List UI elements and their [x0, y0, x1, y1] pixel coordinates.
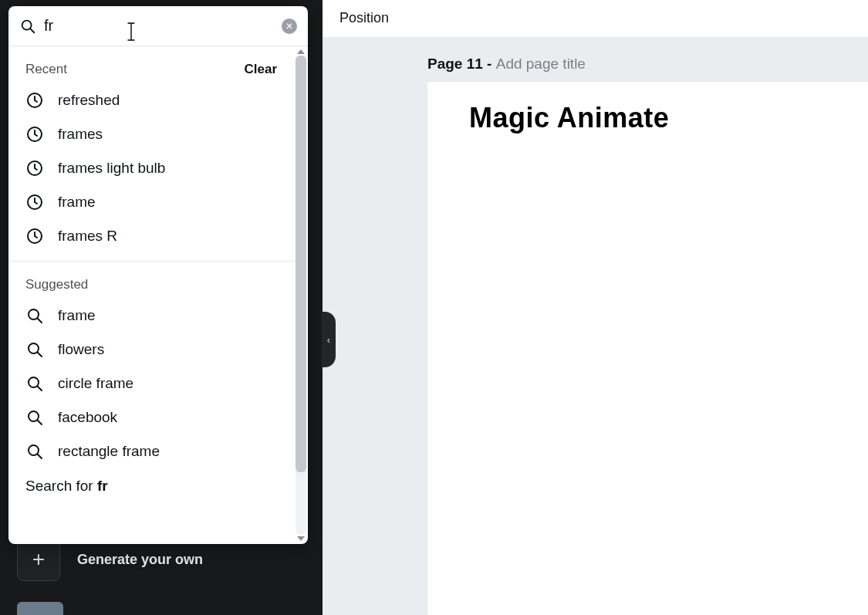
search-for-row[interactable]: Search for fr — [8, 468, 294, 504]
suggestions-scroll-area: Recent Clear refreshed frames frames lig… — [8, 46, 308, 544]
svg-line-10 — [38, 353, 42, 357]
search-suggestions-popup: ✕ Recent Clear refreshed frames — [8, 6, 308, 544]
editor-top-bar: Position — [323, 0, 868, 37]
suggested-item-label: rectangle frame — [58, 443, 160, 460]
search-for-term: fr — [97, 478, 108, 494]
suggested-item-label: facebook — [58, 409, 117, 426]
panel-collapse-handle[interactable]: ‹ — [322, 312, 336, 367]
page-title-placeholder[interactable]: Add page title — [496, 56, 586, 72]
clock-icon — [25, 91, 44, 110]
recent-heading: Recent — [25, 62, 67, 77]
generate-your-own-label: Generate your own — [77, 552, 203, 568]
recent-item[interactable]: frames light bulb — [8, 151, 294, 185]
page-label[interactable]: Page 11 - Add page title — [427, 56, 586, 73]
svg-line-14 — [38, 421, 42, 425]
scrollbar[interactable] — [296, 49, 306, 541]
app-root: + Generate your own Position Page 11 - A… — [0, 0, 868, 615]
suggested-item-label: frame — [58, 307, 96, 324]
scroll-thumb[interactable] — [296, 56, 306, 472]
recent-item-label: refreshed — [58, 92, 120, 109]
suggestions-list: Recent Clear refreshed frames frames lig… — [8, 46, 294, 544]
suggested-item[interactable]: frame — [8, 299, 294, 333]
suggested-item-label: circle frame — [58, 375, 133, 392]
suggested-section-header: Suggested — [8, 262, 294, 299]
clock-icon — [25, 193, 44, 211]
suggested-item[interactable]: flowers — [8, 333, 294, 367]
recent-item[interactable]: refreshed — [8, 83, 294, 117]
recent-item-label: frames light bulb — [58, 160, 165, 177]
clock-icon — [25, 227, 44, 245]
svg-line-12 — [38, 387, 42, 391]
search-icon — [25, 408, 44, 427]
result-thumbnail[interactable] — [17, 602, 63, 615]
recent-item[interactable]: frames — [8, 117, 294, 151]
recent-item-label: frames R — [58, 228, 117, 245]
search-for-prefix: Search for — [25, 478, 97, 494]
generate-plus-button[interactable]: + — [17, 538, 60, 581]
page-heading-text[interactable]: Magic Animate — [469, 102, 669, 134]
search-input[interactable] — [44, 17, 274, 35]
clock-icon — [25, 125, 44, 144]
clear-search-button[interactable]: ✕ — [282, 19, 297, 34]
search-icon — [25, 306, 44, 325]
search-header: ✕ — [8, 6, 308, 46]
recent-item-label: frame — [58, 194, 96, 211]
search-icon — [25, 340, 44, 359]
svg-line-1 — [30, 29, 34, 32]
chevron-left-icon: ‹ — [327, 334, 330, 346]
scroll-track[interactable] — [296, 56, 306, 535]
position-button[interactable]: Position — [339, 10, 389, 26]
recent-item-label: frames — [58, 126, 103, 143]
plus-icon: + — [32, 547, 45, 572]
suggested-item[interactable]: facebook — [8, 400, 294, 434]
close-icon: ✕ — [285, 22, 293, 31]
search-icon — [25, 374, 44, 393]
svg-line-16 — [38, 454, 42, 459]
page-number-label: Page 11 - — [427, 56, 496, 72]
svg-line-8 — [38, 319, 42, 323]
suggested-item[interactable]: circle frame — [8, 367, 294, 400]
generate-your-own-row[interactable]: + Generate your own — [17, 538, 203, 581]
suggested-item-label: flowers — [58, 341, 104, 358]
search-icon — [25, 442, 44, 461]
recent-item[interactable]: frame — [8, 185, 294, 219]
clock-icon — [25, 159, 44, 177]
scroll-up-arrow-icon[interactable] — [297, 49, 305, 54]
recent-section-header: Recent Clear — [8, 46, 294, 83]
search-icon — [19, 18, 36, 35]
scroll-down-arrow-icon[interactable] — [297, 536, 305, 541]
clear-recent-button[interactable]: Clear — [244, 62, 277, 77]
suggested-heading: Suggested — [25, 277, 88, 292]
recent-item[interactable]: frames R — [8, 219, 294, 253]
suggested-item[interactable]: rectangle frame — [8, 434, 294, 468]
page-canvas[interactable]: Magic Animate — [427, 82, 868, 615]
canvas-area: Page 11 - Add page title Magic Animate — [323, 37, 868, 615]
